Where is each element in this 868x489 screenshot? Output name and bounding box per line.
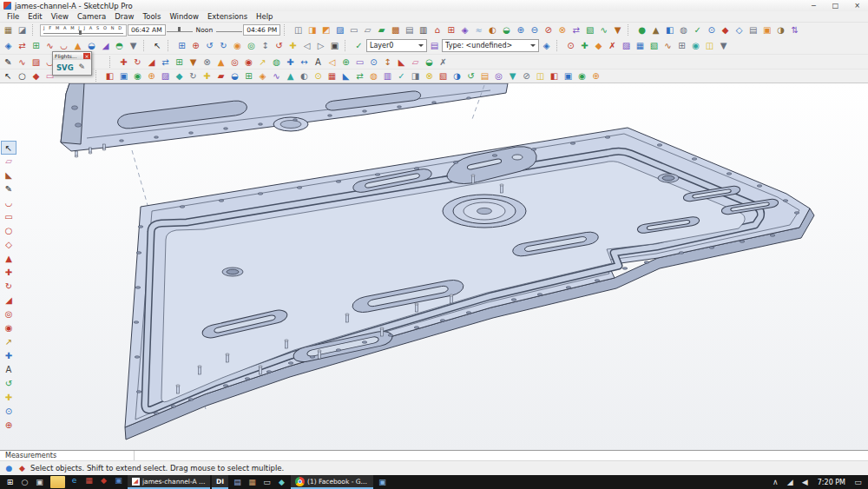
preview-icon[interactable]: ◍: [677, 23, 690, 36]
sandbox-smoove-icon[interactable]: ∿: [597, 23, 610, 36]
menu-tools[interactable]: Tools: [138, 11, 165, 23]
app-media-icon[interactable]: ▣: [375, 476, 390, 488]
plugin-r4-11-icon[interactable]: ⊞: [242, 69, 255, 83]
menu-extensions[interactable]: Extensions: [203, 11, 252, 23]
offset-tool-icon[interactable]: ◎: [228, 56, 241, 69]
windows-start-icon[interactable]: ⊞: [3, 476, 17, 488]
plugin-r4-34-icon[interactable]: ▣: [562, 69, 575, 83]
toolbar-more-icon[interactable]: ▼: [127, 39, 140, 52]
menu-view[interactable]: View: [47, 11, 73, 23]
plugin-r4-31-icon[interactable]: ⊘: [520, 69, 533, 83]
plugin-r4-20-icon[interactable]: ◍: [367, 69, 380, 83]
follow-me-icon[interactable]: ◉: [1, 321, 16, 335]
flights-palette[interactable]: Flights... × SVG ✎: [52, 51, 92, 76]
stamp-tool-icon[interactable]: ▼: [187, 56, 200, 69]
mirror-tool-icon[interactable]: ◫: [703, 39, 716, 52]
line-tool-icon[interactable]: ✎: [2, 56, 15, 69]
plugin-r4-13-icon[interactable]: ∿: [270, 69, 283, 83]
plugin-r4-36-icon[interactable]: ⊕: [589, 69, 602, 83]
toolbar-grip[interactable]: [143, 40, 148, 51]
thomthom-tools-icon[interactable]: ▨: [620, 39, 633, 52]
fog-icon[interactable]: ≈: [472, 23, 485, 36]
plugin-r4-24-icon[interactable]: ⊗: [423, 69, 436, 83]
menu-file[interactable]: File: [3, 11, 23, 23]
solid-trim-icon[interactable]: ⊗: [556, 23, 569, 36]
toolbar-grip[interactable]: [284, 24, 288, 36]
hide-edges-icon[interactable]: ✗: [437, 56, 450, 69]
position-camera-icon[interactable]: ◉: [231, 39, 244, 52]
menu-camera[interactable]: Camera: [73, 11, 110, 23]
push-pull-tool-icon[interactable]: ▲: [214, 56, 227, 69]
circle-icon[interactable]: ○: [1, 224, 16, 238]
toolbar-grip[interactable]: [109, 56, 114, 68]
classifier-tool-icon[interactable]: ◈: [540, 39, 553, 52]
eraser-icon[interactable]: ▱: [1, 155, 16, 169]
taskbar-clock[interactable]: 7:20 PM: [814, 479, 849, 486]
weld-edges-icon[interactable]: ∿: [43, 39, 56, 52]
select-tool-icon[interactable]: ↖: [151, 39, 164, 52]
eraser-alt-icon[interactable]: ▱: [409, 56, 422, 69]
add-location-icon[interactable]: ●: [635, 23, 648, 36]
plugin-r4-35-icon[interactable]: ◉: [575, 69, 589, 83]
plugin-r4-19-icon[interactable]: ⇄: [353, 69, 366, 83]
taskbar-button-sketchup[interactable]: ◢ james-channel-A - Sk...: [128, 475, 210, 489]
cortana-search-icon[interactable]: ○: [17, 476, 32, 488]
freehand-tool-icon[interactable]: ∿: [16, 56, 29, 69]
classification-type-dropdown[interactable]: Type: <undefined>: [442, 39, 539, 52]
plugin-r4-09-icon[interactable]: ▰: [214, 69, 227, 83]
plugin-r4-04-icon[interactable]: ⊕: [145, 69, 158, 83]
push-pull-icon[interactable]: ▲: [1, 252, 16, 266]
cleanup-icon[interactable]: ✚: [578, 39, 591, 52]
layer-manager-icon[interactable]: ▤: [428, 39, 441, 52]
flights-pencil-icon[interactable]: ✎: [77, 63, 87, 72]
select-icon[interactable]: ↖: [1, 141, 16, 155]
scenes-panel-icon[interactable]: ▣: [760, 23, 773, 36]
zoom-window-icon[interactable]: ⊞: [175, 39, 188, 52]
sandbox-drape-icon[interactable]: ▼: [611, 23, 624, 36]
outer-shell-icon[interactable]: ⊕: [514, 23, 527, 36]
taskbar-button-chrome[interactable]: (1) Facebook - Googl...: [291, 475, 373, 489]
scale-tool-icon[interactable]: ◢: [145, 56, 158, 69]
layer-dropdown[interactable]: Layer0: [366, 39, 427, 52]
shadow-toggle-icon[interactable]: ▦: [2, 23, 15, 36]
instructor-icon[interactable]: ✓: [691, 23, 704, 36]
geo-location-icon[interactable]: ●: [3, 463, 15, 474]
zoom-extents-cam-icon[interactable]: ⊕: [189, 39, 202, 52]
svg-export-button[interactable]: SVG: [56, 63, 74, 72]
plugin-r4-14-icon[interactable]: ▲: [284, 69, 297, 83]
app-photos-icon[interactable]: ▦: [245, 476, 260, 488]
3d-warehouse-icon[interactable]: ⌂: [431, 23, 444, 36]
section-fill-icon[interactable]: ◩: [319, 23, 332, 36]
previous-view-icon[interactable]: ↺: [203, 39, 216, 52]
axes-tool-icon[interactable]: ✚: [284, 56, 297, 69]
scale-icon[interactable]: ◢: [1, 294, 16, 307]
xray-mode-icon[interactable]: ▨: [333, 23, 346, 36]
angular-dim-icon[interactable]: ◁: [326, 56, 339, 69]
plugin-r4-22-icon[interactable]: ✓: [395, 69, 408, 83]
construction-line-icon[interactable]: ▭: [353, 56, 366, 69]
shadows-panel-icon[interactable]: ◑: [774, 23, 787, 36]
vertex-tools-icon[interactable]: ◉: [689, 39, 702, 52]
plugin-r4-32-icon[interactable]: ◫: [534, 69, 547, 83]
components-panel-icon[interactable]: ◇: [733, 23, 746, 36]
plugin-r4-26-icon[interactable]: ◑: [450, 69, 464, 83]
plugin-r4-18-icon[interactable]: ◣: [339, 69, 352, 83]
menu-help[interactable]: Help: [252, 11, 277, 23]
materials-panel-icon[interactable]: ◆: [719, 23, 732, 36]
toolbar-grip[interactable]: [168, 40, 172, 51]
solid-split-icon[interactable]: ⇄: [569, 23, 582, 36]
toggle-terrain-icon[interactable]: ▲: [649, 23, 662, 36]
textured-mode-icon[interactable]: ▩: [389, 23, 402, 36]
taskbar-button-di[interactable]: DI: [212, 475, 228, 489]
pan-camera-icon[interactable]: ✚: [286, 39, 299, 52]
plugin-r4-06-icon[interactable]: ◆: [173, 69, 186, 83]
construction-point-icon[interactable]: ⊕: [339, 56, 352, 69]
line-icon[interactable]: ✎: [1, 182, 16, 196]
plugin-r4-25-icon[interactable]: ▧: [437, 69, 450, 83]
full-screen-icon[interactable]: ▣: [328, 39, 341, 52]
tape-measure-tool-icon[interactable]: ↗: [256, 56, 269, 69]
camera-undo-icon[interactable]: ◁: [300, 39, 313, 52]
shadow-time-start-field[interactable]: 06:42 AM: [128, 24, 166, 36]
menu-edit[interactable]: Edit: [23, 11, 46, 23]
intersect-faces-icon[interactable]: ⊗: [201, 56, 214, 69]
